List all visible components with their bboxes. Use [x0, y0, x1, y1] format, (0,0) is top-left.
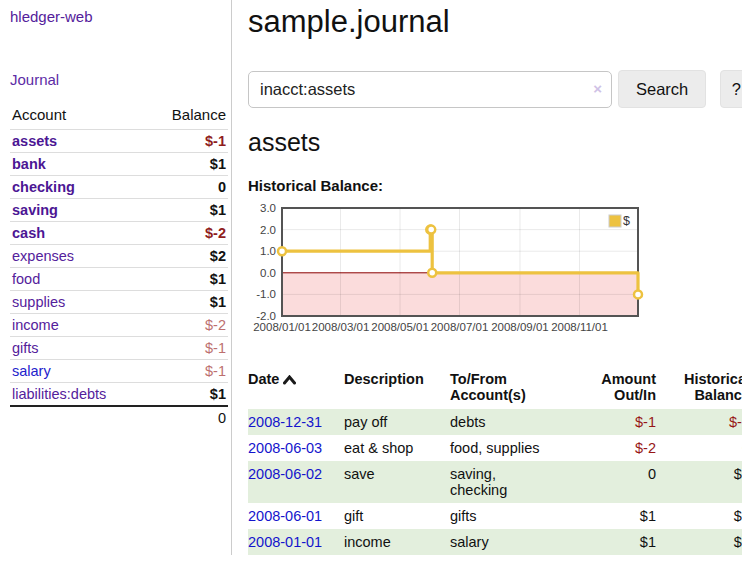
column-header-amount: Amount Out/In [580, 367, 656, 409]
transaction-row: 2008-06-01giftgifts$1$2 [248, 503, 742, 529]
chart-title: Historical Balance: [248, 177, 742, 194]
account-balance: 0 [147, 176, 228, 199]
account-link[interactable]: income [12, 317, 59, 333]
account-link[interactable]: bank [12, 156, 46, 172]
column-header-description: Description [344, 367, 450, 409]
register-table: Date Description To/From Account(s) Amou… [248, 367, 742, 555]
search-button[interactable]: Search [618, 70, 706, 108]
sidebar: hledger-web Journal Account Balance asse… [0, 0, 232, 555]
accounts-total-value: 0 [147, 406, 228, 429]
svg-text:2008/01/01: 2008/01/01 [253, 321, 311, 333]
transaction-balance: $1 [656, 529, 742, 555]
balance-column-header: Balance [147, 102, 228, 130]
search-bar: × Search ? [248, 70, 742, 108]
svg-text:2008/11/01: 2008/11/01 [551, 321, 608, 333]
transaction-balance: 0 [656, 435, 742, 461]
help-button[interactable]: ? [720, 70, 742, 108]
transaction-description: eat & shop [344, 435, 450, 461]
account-balance: $2 [147, 245, 228, 268]
sort-ascending-icon [283, 372, 296, 388]
transaction-description: income [344, 529, 450, 555]
transaction-amount: $1 [580, 503, 656, 529]
transaction-accounts: food, supplies [450, 435, 580, 461]
account-row: supplies$1 [10, 291, 228, 314]
account-balance: $1 [147, 291, 228, 314]
transaction-amount: $-1 [580, 409, 656, 435]
account-balance: $-2 [147, 222, 228, 245]
account-row: saving$1 [10, 199, 228, 222]
account-link[interactable]: checking [12, 179, 75, 195]
account-row: income$-2 [10, 314, 228, 337]
svg-text:$: $ [623, 214, 630, 228]
svg-text:2008/03/01: 2008/03/01 [312, 321, 370, 333]
account-row: liabilities:debts$1 [10, 383, 228, 407]
account-row: assets$-1 [10, 130, 228, 153]
account-row: gifts$-1 [10, 337, 228, 360]
account-balance: $1 [147, 383, 228, 407]
account-link[interactable]: saving [12, 202, 58, 218]
svg-text:2.0: 2.0 [260, 224, 276, 236]
svg-text:3.0: 3.0 [260, 202, 276, 214]
account-balance: $-1 [147, 360, 228, 383]
account-link[interactable]: food [12, 271, 40, 287]
historical-balance-chart: 3.02.01.00.0-1.0-2.02008/01/012008/03/01… [248, 202, 742, 353]
account-balance: $1 [147, 199, 228, 222]
account-link[interactable]: assets [12, 133, 57, 149]
account-row: checking0 [10, 176, 228, 199]
account-link[interactable]: salary [12, 363, 51, 379]
page: hledger-web Journal Account Balance asse… [0, 0, 742, 555]
sidebar-item-journal[interactable]: Journal [10, 71, 227, 88]
column-header-date[interactable]: Date [248, 367, 344, 409]
transaction-row: 2008-06-03eat & shopfood, supplies$-20 [248, 435, 742, 461]
transaction-amount: $1 [580, 529, 656, 555]
transaction-balance: $2 [656, 503, 742, 529]
transaction-date-link[interactable]: 2008-01-01 [248, 534, 322, 550]
account-row: cash$-2 [10, 222, 228, 245]
transaction-date-link[interactable]: 2008-06-03 [248, 440, 322, 456]
transaction-balance: $2 [656, 461, 742, 503]
search-input[interactable] [248, 71, 612, 108]
account-balance: $1 [147, 153, 228, 176]
brand-link[interactable]: hledger-web [10, 8, 227, 25]
svg-text:1.0: 1.0 [260, 245, 276, 257]
clear-search-icon[interactable]: × [593, 80, 602, 97]
accounts-total-row: 0 [10, 406, 228, 429]
svg-text:2008/07/01: 2008/07/01 [431, 321, 489, 333]
account-link[interactable]: liabilities:debts [12, 386, 106, 402]
transaction-description: save [344, 461, 450, 503]
account-row: food$1 [10, 268, 228, 291]
chart-canvas: 3.02.01.00.0-1.0-2.02008/01/012008/03/01… [248, 202, 718, 349]
transaction-amount: $-2 [580, 435, 656, 461]
transaction-balance: $-1 [656, 409, 742, 435]
transaction-date-link[interactable]: 2008-06-01 [248, 508, 322, 524]
account-balance: $-1 [147, 130, 228, 153]
transaction-date-link[interactable]: 2008-06-02 [248, 466, 322, 482]
account-link[interactable]: gifts [12, 340, 39, 356]
account-row: salary$-1 [10, 360, 228, 383]
transaction-row: 2008-06-02savesaving, checking0$2 [248, 461, 742, 503]
transaction-accounts: debts [450, 409, 580, 435]
transaction-row: 2008-01-01incomesalary$1$1 [248, 529, 742, 555]
account-balance: $-1 [147, 337, 228, 360]
svg-text:2008/09/01: 2008/09/01 [491, 321, 549, 333]
column-header-accounts: To/From Account(s) [450, 367, 580, 409]
transaction-row: 2008-12-31pay offdebts$-1$-1 [248, 409, 742, 435]
account-link[interactable]: cash [12, 225, 45, 241]
svg-text:-1.0: -1.0 [256, 288, 276, 300]
current-account-heading: assets [248, 128, 742, 157]
main-content: sample.journal × Search ? assets Histori… [232, 0, 742, 555]
transaction-description: pay off [344, 409, 450, 435]
account-link[interactable]: expenses [12, 248, 74, 264]
transaction-accounts: saving, checking [450, 461, 580, 503]
account-balance: $1 [147, 268, 228, 291]
accounts-table: Account Balance assets$-1bank$1checking0… [10, 102, 228, 429]
account-row: bank$1 [10, 153, 228, 176]
account-link[interactable]: supplies [12, 294, 65, 310]
account-balance: $-2 [147, 314, 228, 337]
accounts-column-header: Account [10, 102, 147, 130]
transaction-accounts: gifts [450, 503, 580, 529]
transaction-description: gift [344, 503, 450, 529]
page-title: sample.journal [248, 4, 742, 40]
transaction-date-link[interactable]: 2008-12-31 [248, 414, 322, 430]
column-header-balance: Historical Balance [656, 367, 742, 409]
